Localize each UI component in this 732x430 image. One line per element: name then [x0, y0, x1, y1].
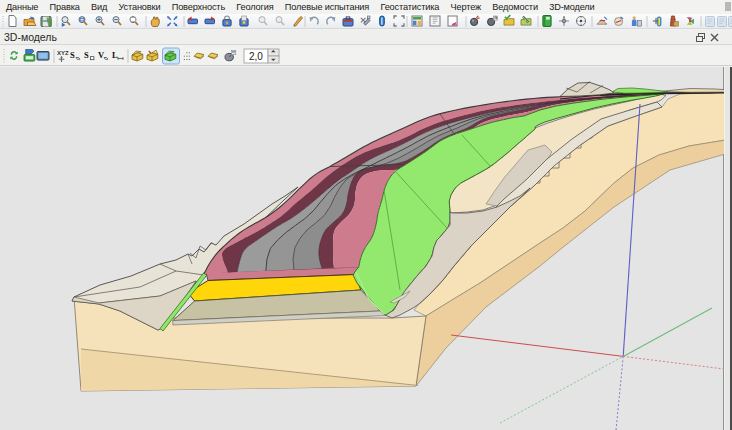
- svg-text:2,0: 2,0: [249, 51, 263, 62]
- svg-text:S: S: [70, 50, 75, 60]
- svg-text:S: S: [84, 50, 89, 60]
- svg-text:XYZ: XYZ: [57, 50, 69, 56]
- svg-text:V: V: [98, 50, 105, 60]
- svg-text:L: L: [112, 50, 118, 60]
